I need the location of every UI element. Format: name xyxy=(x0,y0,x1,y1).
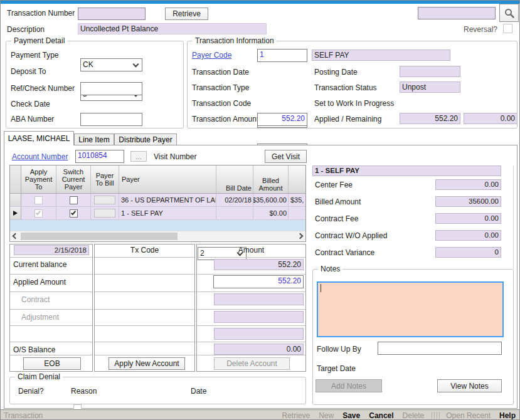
apply-new-account-button[interactable]: Apply New Account xyxy=(109,357,185,370)
status-cancel[interactable]: Cancel xyxy=(369,411,393,420)
quick-search-input[interactable] xyxy=(418,7,496,19)
aba-number-label: ABA Number xyxy=(11,115,54,123)
notes-title: Notes xyxy=(318,265,342,273)
os-balance-label: O/S Balance xyxy=(13,345,55,354)
col-switch-current-payer[interactable]: Switch Current Payer xyxy=(56,165,91,193)
bill-date-cell[interactable]: 02/20/18 xyxy=(216,194,253,206)
transaction-status-label: Transaction Status xyxy=(314,83,377,92)
payer-cell[interactable]: 1 - SELF PAY xyxy=(119,207,216,219)
status-help[interactable]: Help xyxy=(499,411,516,420)
contract-variance-label: Contract Variance xyxy=(315,248,374,257)
overflow-cell[interactable]: $35, xyxy=(289,194,305,206)
chevron-down-icon xyxy=(133,61,139,67)
payer-row-2[interactable]: 1 - SELF PAY $0.00 xyxy=(10,207,305,220)
col-payer-to-bill[interactable]: Payer To Bill xyxy=(91,165,119,193)
payer-code-input[interactable]: 1 xyxy=(257,49,307,62)
col-apply-payment-to[interactable]: Apply Payment To xyxy=(21,165,56,193)
panel-divider xyxy=(513,165,514,269)
add-notes-button: Add Notes xyxy=(316,379,382,392)
check-icon xyxy=(36,209,41,215)
account-number-input[interactable]: 1010854 xyxy=(75,150,124,163)
payer-code-link[interactable]: Payer Code xyxy=(192,51,231,60)
billed-amount-label: Billed Amount xyxy=(315,197,361,206)
billed-amount-cell[interactable]: $0.00 xyxy=(253,207,289,219)
row-selector-header xyxy=(10,165,21,193)
apply-payment-checkbox[interactable] xyxy=(34,196,43,204)
account-number-link[interactable]: Account Number xyxy=(12,152,68,161)
payer-to-bill-cell[interactable] xyxy=(91,194,119,206)
payer-to-bill-box xyxy=(94,196,115,204)
col-bill-date[interactable]: Bill Date xyxy=(216,165,253,193)
switch-payer-checkbox[interactable] xyxy=(70,196,78,204)
transaction-date-label: Transaction Date xyxy=(192,68,249,76)
reason-label: Reason xyxy=(71,387,97,396)
amount-header: Amount xyxy=(196,246,306,255)
ref-check-number-input[interactable] xyxy=(80,82,142,95)
payer-name-field: SELF PAY xyxy=(312,50,450,61)
payment-type-select[interactable]: CK xyxy=(80,58,142,71)
tab-line-item[interactable]: Line Item xyxy=(74,134,114,145)
target-date-label: Target Date xyxy=(317,364,356,373)
text-cursor xyxy=(321,284,321,292)
get-visit-button[interactable]: Get Visit xyxy=(265,150,307,163)
transaction-code-label: Transaction Code xyxy=(192,99,251,108)
status-separator xyxy=(434,412,435,419)
transaction-number-input[interactable] xyxy=(78,8,146,20)
status-save[interactable]: Save xyxy=(342,411,360,420)
search-button[interactable] xyxy=(499,4,519,22)
apply-payment-checkbox[interactable] xyxy=(34,209,43,218)
aba-number-input[interactable] xyxy=(80,113,142,126)
payment-type-label: Payment Type xyxy=(11,51,59,60)
denial-label: Denial? xyxy=(18,387,44,396)
reversal-checkbox[interactable] xyxy=(503,24,512,33)
payer-to-bill-cell[interactable] xyxy=(91,207,119,219)
eob-button[interactable]: EOB xyxy=(23,357,81,370)
status-bar: Transaction Retrieve New Save Cancel Del… xyxy=(1,409,520,420)
scroll-right-icon[interactable] xyxy=(297,233,304,239)
tx-code-header: Tx Code xyxy=(94,246,195,255)
contract-label: Contract xyxy=(21,295,50,304)
payer-row-1[interactable]: 36 - US DEPARTMENT OF LAI 02/20/18 $35,6… xyxy=(10,194,305,207)
tab-patient[interactable]: LAASE, MICHAEL xyxy=(4,131,74,145)
transaction-info-title: Transaction Information xyxy=(193,36,277,45)
delete-account-button: Delete Account xyxy=(214,357,290,370)
contract-fee-field: 0.00 xyxy=(435,213,501,224)
row-selector-cell[interactable] xyxy=(10,207,21,219)
transaction-status-field: Unpost xyxy=(400,81,460,93)
denial-date-label: Date xyxy=(191,387,206,396)
row-selector-cell[interactable] xyxy=(10,194,21,206)
claim-denial-title: Claim Denial xyxy=(15,372,63,381)
status-separator xyxy=(437,412,437,419)
overflow-cell[interactable] xyxy=(289,207,305,219)
payer-cell[interactable]: 36 - US DEPARTMENT OF LAI xyxy=(119,194,216,206)
apply-checkbox-cell[interactable] xyxy=(21,194,56,206)
scroll-left-icon[interactable] xyxy=(13,233,19,239)
applied-amount-input[interactable]: 552.20 xyxy=(213,275,304,288)
notes-textarea[interactable] xyxy=(317,281,504,337)
browse-button: ... xyxy=(130,151,147,162)
current-balance-label: Current balance xyxy=(13,260,66,269)
transaction-amount-label: Transaction Amount xyxy=(192,115,258,123)
status-retrieve: Retrieve xyxy=(282,411,310,420)
transaction-amount-input[interactable]: 552.20 xyxy=(257,113,307,126)
bill-date-cell[interactable] xyxy=(216,207,253,219)
retrieve-button[interactable]: Retrieve xyxy=(165,8,208,20)
col-payer[interactable]: Payer xyxy=(119,165,216,193)
col-billed-amount[interactable]: Billed Amount xyxy=(253,165,289,193)
billed-amount-cell[interactable]: $35,600.00 xyxy=(253,194,289,206)
deposit-to-label: Deposit To xyxy=(11,67,46,76)
switch-payer-checkbox[interactable] xyxy=(70,209,78,218)
current-row-arrow-icon xyxy=(13,211,18,216)
contract-wo-applied-label: Contract W/O Applied xyxy=(315,231,387,240)
search-icon xyxy=(504,8,515,19)
horizontal-scrollbar[interactable] xyxy=(10,231,305,241)
tab-distribute-payer[interactable]: Distribute Payer xyxy=(114,134,177,145)
apply-checkbox-cell[interactable] xyxy=(21,207,56,219)
ref-check-number-label: Ref/Check Number xyxy=(11,84,75,93)
follow-up-by-input[interactable] xyxy=(378,342,502,355)
scrollbar-thumb[interactable] xyxy=(21,233,178,240)
view-notes-button[interactable]: View Notes xyxy=(437,379,502,392)
center-fee-field: 0.00 xyxy=(435,179,501,190)
switch-checkbox-cell[interactable] xyxy=(56,207,91,219)
switch-checkbox-cell[interactable] xyxy=(56,194,91,206)
